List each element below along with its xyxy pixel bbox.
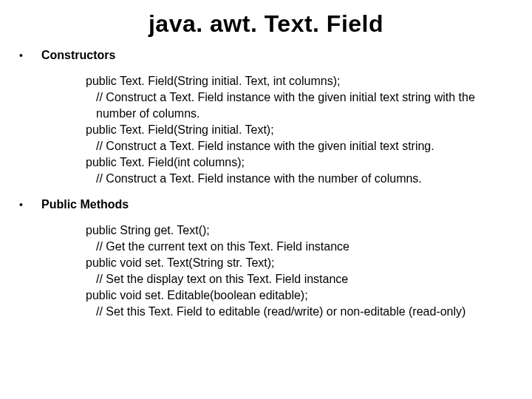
methods-block: public String get. Text(); // Get the cu… — [86, 222, 517, 320]
method-signature: public String get. Text(); — [86, 222, 517, 239]
section-constructors-header: • Constructors — [15, 48, 517, 63]
method-desc: // Set this Text. Field to editable (rea… — [96, 304, 517, 320]
page-title: java. awt. Text. Field — [15, 10, 517, 38]
constructor-signature: public Text. Field(String initial. Text)… — [86, 122, 517, 138]
section-label-constructors: Constructors — [41, 48, 115, 63]
constructor-desc: number of columns. — [96, 106, 517, 122]
method-desc: // Set the display text on this Text. Fi… — [96, 271, 517, 287]
constructor-signature: public Text. Field(String initial. Text,… — [86, 73, 517, 89]
section-methods-header: • Public Methods — [15, 197, 517, 212]
bullet-icon: • — [15, 48, 41, 63]
section-label-methods: Public Methods — [41, 197, 129, 212]
method-signature: public void set. Editable(boolean editab… — [86, 287, 517, 304]
method-desc: // Get the current text on this Text. Fi… — [96, 239, 517, 255]
method-signature: public void set. Text(String str. Text); — [86, 255, 517, 271]
slide: java. awt. Text. Field • Constructors pu… — [0, 0, 532, 399]
constructor-desc: // Construct a Text. Field instance with… — [96, 89, 517, 106]
constructors-block: public Text. Field(String initial. Text,… — [86, 73, 517, 187]
constructor-desc: // Construct a Text. Field instance with… — [96, 171, 517, 187]
bullet-icon: • — [15, 197, 41, 212]
constructor-signature: public Text. Field(int columns); — [86, 154, 517, 171]
constructor-desc: // Construct a Text. Field instance with… — [96, 138, 517, 154]
